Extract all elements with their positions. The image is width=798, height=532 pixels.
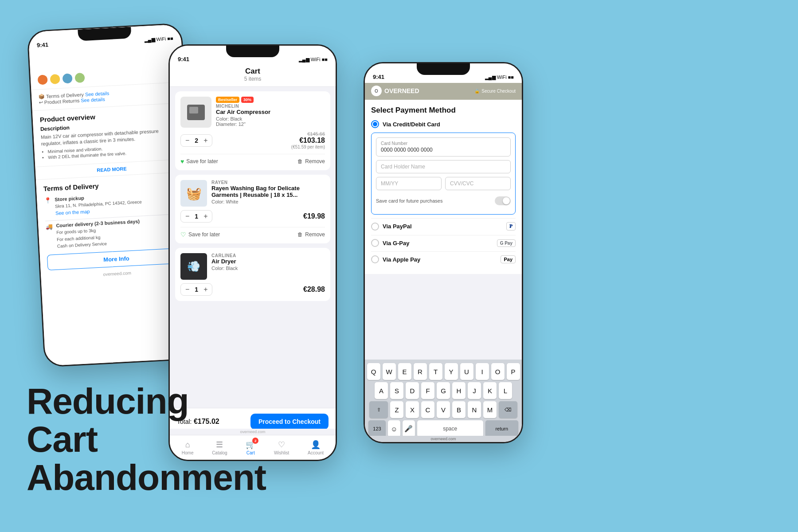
time-phone3: 9:41 <box>373 74 384 80</box>
kb-backspace[interactable]: ⌫ <box>499 401 517 418</box>
price-row-3: − 1 + €28.98 <box>180 283 325 296</box>
payment-body: Select Payment Method Via Credit/Debit C… <box>365 100 522 274</box>
color-swatch-yellow[interactable] <box>50 74 60 84</box>
cvv-placeholder: CVV/CVC <box>450 180 506 187</box>
kb-q[interactable]: Q <box>367 363 380 380</box>
kb-s[interactable]: S <box>390 382 403 399</box>
qty-value-2: 1 <box>195 213 198 220</box>
kb-f[interactable]: F <box>421 382 434 399</box>
qty-plus-1[interactable]: + <box>203 137 207 145</box>
kb-space[interactable]: space <box>417 420 483 437</box>
expiry-field[interactable]: MM/YY <box>376 177 442 190</box>
credit-card-label: Via Credit/Debit Card <box>383 121 516 128</box>
kb-z[interactable]: Z <box>390 401 403 418</box>
kb-j[interactable]: J <box>468 382 481 399</box>
kb-row-3: ⇧ Z X C V B N M ⌫ <box>367 401 520 418</box>
color-swatch-green[interactable] <box>74 73 85 83</box>
product-name-1: Car Air Compressor <box>216 109 325 115</box>
qty-control-3[interactable]: − 1 + <box>180 283 212 296</box>
kb-shift[interactable]: ⇧ <box>369 401 388 418</box>
cvv-field[interactable]: CVV/CVC <box>445 177 511 190</box>
account-icon: 👤 <box>311 440 321 450</box>
kb-p[interactable]: P <box>507 363 520 380</box>
payment-option-applepay[interactable]: Via Apple Pay Pay <box>371 255 516 263</box>
card-holder-field[interactable]: Card Holder Name <box>376 160 511 173</box>
save-later-1[interactable]: ♥ Save for later <box>180 158 218 165</box>
kb-l[interactable]: L <box>499 382 512 399</box>
payment-method-title: Select Payment Method <box>371 106 516 115</box>
qty-control-2[interactable]: − 1 + <box>180 210 212 223</box>
store-pickup-row: 📍 Store pickup Skra 11, N. Philadelphia,… <box>44 190 183 217</box>
kb-a[interactable]: A <box>375 382 388 399</box>
badge-bestseller: Bestseller <box>216 97 239 103</box>
kb-row-1: Q W E R T Y U I O P <box>367 363 520 380</box>
cart-color-1: Color: Black <box>216 116 325 121</box>
applepay-logo: Pay <box>501 255 516 263</box>
qty-control-1[interactable]: − 2 + <box>180 134 212 147</box>
trash-icon-1: 🗑 <box>297 158 303 164</box>
status-icons-phone1: ▂▄▆ WiFi ■■ <box>144 35 173 43</box>
payment-option-gpay[interactable]: Via G-Pay G Pay <box>371 239 516 247</box>
price-row-2: − 1 + €19.98 <box>180 210 325 223</box>
logo-icon: O <box>371 86 382 96</box>
see-details-delivery-link[interactable]: See details <box>85 90 110 97</box>
kb-h[interactable]: H <box>452 382 466 399</box>
heart-icon-2: ♡ <box>180 231 186 238</box>
kb-x[interactable]: X <box>406 401 419 418</box>
overneed-logo: O OVERNEED <box>371 86 419 96</box>
payment-option-paypal[interactable]: Via PayPal 𝐏 <box>371 222 516 231</box>
save-card-toggle[interactable] <box>495 196 511 205</box>
status-icons-phone2: ▂▄▆ WiFi ■■ <box>299 57 328 63</box>
qty-minus-1[interactable]: − <box>185 137 189 145</box>
kb-b[interactable]: B <box>452 401 466 418</box>
kb-n[interactable]: N <box>468 401 481 418</box>
qty-value-1: 2 <box>195 137 198 144</box>
kb-d[interactable]: D <box>406 382 419 399</box>
kb-t[interactable]: T <box>429 363 442 380</box>
qty-minus-3[interactable]: − <box>185 286 189 293</box>
kb-u[interactable]: U <box>460 363 473 380</box>
product-image-airdryer: 💨 <box>180 253 207 280</box>
cart-title: Cart <box>170 67 336 76</box>
kb-w[interactable]: W <box>383 363 396 380</box>
paypal-label: Via PayPal <box>383 223 503 230</box>
card-number-field[interactable]: Card Number 0000 0000 0000 0000 <box>376 137 511 156</box>
remove-btn-1[interactable]: 🗑 Remove <box>297 158 325 164</box>
kb-123[interactable]: 123 <box>368 420 386 437</box>
kb-v[interactable]: V <box>437 401 450 418</box>
see-on-map-link[interactable]: See on the map <box>55 208 90 215</box>
radio-paypal[interactable] <box>371 223 379 231</box>
radio-applepay[interactable] <box>371 255 379 263</box>
website-footer-phone3: overneed.com <box>365 436 522 442</box>
brand-1: MICHELIN <box>216 104 325 109</box>
nav-wishlist[interactable]: ♡ Wishlist <box>274 440 289 455</box>
kb-r[interactable]: R <box>414 363 427 380</box>
save-later-2[interactable]: ♡ Save for later <box>180 231 220 238</box>
kb-emoji[interactable]: ☺ <box>388 420 400 437</box>
kb-y[interactable]: Y <box>445 363 458 380</box>
kb-o[interactable]: O <box>491 363 505 380</box>
payment-option-credit[interactable]: Via Credit/Debit Card <box>371 120 516 128</box>
see-details-returns-link[interactable]: See details <box>81 97 105 103</box>
radio-credit-card[interactable] <box>371 120 379 128</box>
kb-c[interactable]: C <box>421 401 434 418</box>
color-swatch-blue[interactable] <box>63 73 73 83</box>
qty-plus-2[interactable]: + <box>203 212 207 220</box>
kb-return[interactable]: return <box>485 420 518 437</box>
qty-plus-3[interactable]: + <box>203 286 207 293</box>
phone-payment: 9:41 ▂▄▆ WiFi ■■ O OVERNEED 🔒 Secure Che… <box>364 62 523 443</box>
radio-gpay[interactable] <box>371 239 379 247</box>
kb-i[interactable]: I <box>476 363 489 380</box>
qty-minus-2[interactable]: − <box>185 212 189 220</box>
payment-header: O OVERNEED 🔒 Secure Checkout <box>365 83 522 100</box>
cart-item-1: Bestseller 30% MICHELIN Car Air Compress… <box>175 91 330 170</box>
kb-mic[interactable]: 🎤 <box>403 420 415 437</box>
kb-g[interactable]: G <box>437 382 450 399</box>
kb-k[interactable]: K <box>483 382 497 399</box>
kb-e[interactable]: E <box>398 363 411 380</box>
color-swatch-orange[interactable] <box>38 74 48 85</box>
remove-btn-2[interactable]: 🗑 Remove <box>297 231 325 238</box>
nav-account[interactable]: 👤 Account <box>308 440 324 455</box>
kb-m[interactable]: M <box>483 401 497 418</box>
save-card-row: Save card for future purchases <box>376 196 511 205</box>
